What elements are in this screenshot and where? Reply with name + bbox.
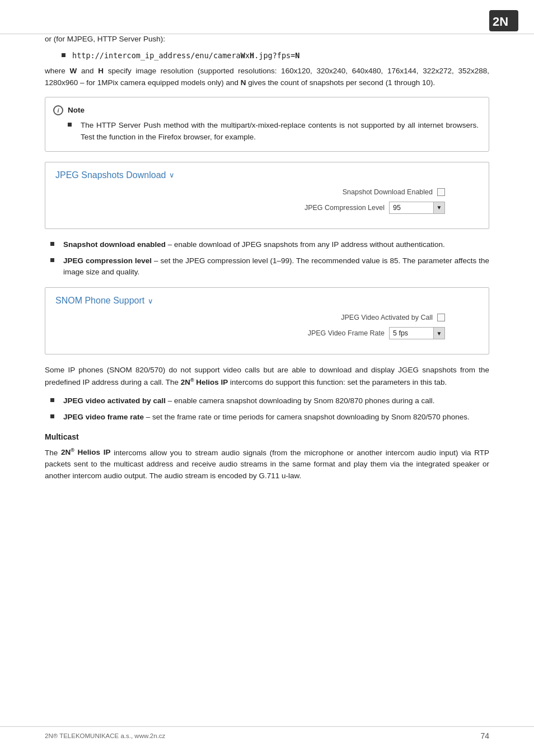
note-text: The HTTP Server Push method with the mul… (81, 120, 479, 143)
snom-bullet-icon-2 (50, 414, 54, 418)
logo: 2N (489, 10, 518, 31)
page-number: 74 (480, 731, 489, 740)
snapshot-download-label: Snapshot Download Enabled (332, 188, 433, 196)
note-bullet-icon (68, 123, 72, 127)
bullet-icon (62, 53, 65, 57)
note-bullet: The HTTP Server Push method with the mul… (68, 120, 479, 143)
jpeg-video-call-row: JPEG Video Activated by Call (55, 314, 479, 321)
jpeg-video-call-checkbox[interactable] (437, 314, 445, 321)
footer: 2N® TELEKOMUNIKACE a.s., www.2n.cz 74 (0, 726, 534, 740)
info-icon: i (53, 105, 63, 115)
jpeg-compression-row: JPEG Compression Level 95 ▼ (55, 202, 479, 214)
url-text: http://intercom_ip_address/enu/cameraWxH… (72, 51, 299, 60)
snom-description: Some IP phones (SNOM 820/570) do not sup… (45, 365, 489, 388)
jpeg-bullet-1-bold: Snapshot download enabled (63, 240, 166, 249)
jpeg-section-title[interactable]: JPEG Snapshots Download ∨ (55, 170, 479, 180)
mjpeg-label: or (for MJPEG, HTTP Server Push): (45, 34, 489, 45)
snom-bullet-icon-1 (50, 398, 54, 402)
note-header: i Note (53, 105, 479, 115)
jpeg-frame-rate-select[interactable]: 5 fps ▼ (389, 327, 445, 339)
jpeg-bullet-2-bold: JPEG compression level (63, 256, 152, 265)
note-box: i Note The HTTP Server Push method with … (45, 97, 489, 152)
jpeg-bullet-2: JPEG compression level – set the JPEG co… (50, 255, 489, 279)
snom-section: SNOM Phone Support ∨ JPEG Video Activate… (45, 287, 489, 354)
snom-chevron-icon: ∨ (148, 297, 153, 305)
bullet-icon-1 (50, 242, 54, 246)
snom-section-title-text: SNOM Phone Support (55, 296, 144, 306)
snom-bullet-1-body: – enable camera snapshot downloading by … (166, 396, 434, 405)
jpeg-frame-rate-row: JPEG Video Frame Rate 5 fps ▼ (55, 327, 479, 339)
jpeg-bullet-1: Snapshot download enabled – enable downl… (50, 239, 489, 251)
jpeg-video-call-label: JPEG Video Activated by Call (332, 314, 433, 321)
snom-bullet-2-text: JPEG video frame rate – set the frame ra… (63, 412, 470, 423)
jpeg-frame-rate-value: 5 fps (390, 329, 433, 337)
jpeg-bullet-2-text: JPEG compression level – set the JPEG co… (63, 255, 489, 279)
note-title: Note (68, 106, 85, 114)
snapshot-download-checkbox[interactable] (437, 188, 445, 196)
jpeg-bullet-1-body: – enable download of JPEG snapshots from… (166, 240, 445, 249)
jpeg-compression-select[interactable]: 95 ▼ (389, 202, 445, 214)
snom-bullet-2-body: – set the frame rate or time periods for… (144, 413, 470, 421)
select-arrow-icon: ▼ (433, 202, 444, 213)
bullet-icon-2 (50, 258, 54, 262)
jpeg-compression-value: 95 (390, 204, 433, 212)
jpeg-bullet-list: Snapshot download enabled – enable downl… (50, 239, 489, 279)
snom-select-arrow-icon: ▼ (433, 328, 444, 339)
jpeg-snapshots-section: JPEG Snapshots Download ∨ Snapshot Downl… (45, 162, 489, 229)
snom-bullet-2-bold: JPEG video frame rate (63, 413, 144, 421)
snom-bullet-1: JPEG video activated by call – enable ca… (50, 395, 489, 407)
jpeg-section-title-text: JPEG Snapshots Download (55, 170, 166, 180)
snom-bullet-1-bold: JPEG video activated by call (63, 396, 166, 405)
snapshot-download-row: Snapshot Download Enabled (55, 188, 479, 196)
jpeg-compression-label: JPEG Compression Level (284, 204, 385, 212)
jpeg-chevron-icon: ∨ (169, 171, 175, 179)
footer-left-text: 2N® TELEKOMUNIKACE a.s., www.2n.cz (45, 732, 165, 739)
snom-section-title[interactable]: SNOM Phone Support ∨ (55, 296, 479, 306)
jpeg-bullet-1-text: Snapshot download enabled – enable downl… (63, 239, 445, 251)
snom-bullet-list: JPEG video activated by call – enable ca… (50, 395, 489, 423)
multicast-heading: Multicast (45, 432, 489, 441)
note-content: The HTTP Server Push method with the mul… (68, 120, 479, 143)
svg-text:2N: 2N (493, 15, 508, 29)
snom-bullet-1-text: JPEG video activated by call – enable ca… (63, 395, 434, 407)
description-text: where W and H specify image resolution (… (45, 66, 489, 89)
multicast-description: The 2N® Helios IP intercoms allow you to… (45, 447, 489, 482)
url-line: http://intercom_ip_address/enu/cameraWxH… (62, 51, 489, 60)
snom-bullet-2: JPEG video frame rate – set the frame ra… (50, 412, 489, 423)
top-divider (0, 34, 534, 34)
jpeg-frame-rate-label: JPEG Video Frame Rate (284, 329, 385, 337)
